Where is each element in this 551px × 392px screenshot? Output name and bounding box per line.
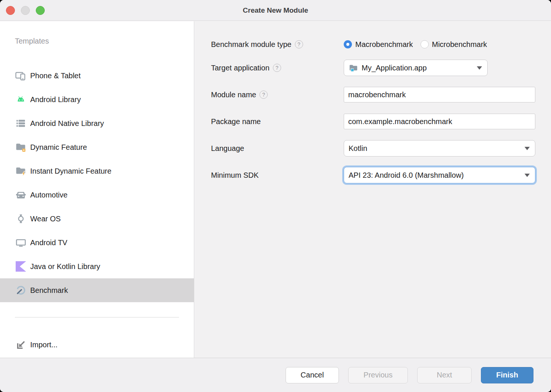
language-dropdown[interactable]: Kotlin [344,140,535,157]
microbenchmark-radio-option[interactable]: Microbenchmark [421,40,487,49]
sidebar-item-label: Instant Dynamic Feature [30,167,111,176]
benchmark-gauge-icon [15,284,27,296]
sidebar-item-dynamic-feature[interactable]: Dynamic Feature [0,135,194,159]
sidebar-item-android-library[interactable]: Android Library [0,88,194,111]
sidebar-item-label: Android Library [30,95,81,104]
module-name-label: Module name [211,91,256,99]
module-name-row: Module name ? [211,86,536,103]
title-bar: Create New Module [0,0,551,21]
sidebar-item-label: Java or Kotlin Library [30,262,100,271]
target-application-value: My_Application.app [362,64,473,72]
package-name-row: Package name [211,113,536,130]
sidebar-item-label: Benchmark [30,286,68,295]
folder-bolt-icon [15,165,27,177]
sidebar-item-android-tv[interactable]: Android TV [0,231,194,255]
window-title: Create New Module [0,0,551,21]
minimum-sdk-value: API 23: Android 6.0 (Marshmallow) [349,171,521,180]
help-icon[interactable]: ? [295,40,303,48]
import-label: Import... [30,341,57,349]
language-row: Language Kotlin [211,140,536,157]
minimum-sdk-dropdown[interactable]: API 23: Android 6.0 (Marshmallow) [344,167,535,183]
folder-square-icon [15,141,27,153]
benchmark-module-type-label: Benchmark module type [211,40,292,49]
chevron-down-icon [525,174,530,177]
import-icon [15,339,27,351]
benchmark-type-radio-group: Macrobenchmark Microbenchmark [344,40,487,49]
sidebar-item-android-native-library[interactable]: Android Native Library [0,111,194,135]
sidebar-item-phone-tablet[interactable]: Phone & Tablet [0,64,194,88]
phone-tablet-icon [15,70,27,82]
close-button[interactable] [6,6,15,15]
sidebar-item-label: Android TV [30,238,67,247]
sidebar-item-label: Automotive [30,191,67,199]
target-application-dropdown[interactable]: My_Application.app [344,60,488,76]
minimum-sdk-label: Minimum SDK [211,171,259,180]
minimum-sdk-row: Minimum SDK API 23: Android 6.0 (Marshma… [211,167,536,183]
app-module-icon [349,63,358,73]
traffic-lights [6,6,45,15]
macrobenchmark-radio-label: Macrobenchmark [355,40,413,49]
language-label: Language [211,144,244,153]
watch-icon [15,213,27,225]
dialog-footer: Cancel Previous Next Finish [0,358,551,392]
templates-header: Templates [15,37,49,45]
module-name-input[interactable] [344,87,535,102]
help-icon[interactable]: ? [259,91,268,99]
android-head-icon [15,94,27,105]
previous-button[interactable]: Previous [348,367,408,383]
macrobenchmark-radio-option[interactable]: Macrobenchmark [344,40,413,49]
tv-icon [15,237,27,249]
sidebar-divider [15,317,179,317]
native-chip-icon [15,117,27,129]
target-application-row: Target application ? My_Application.app [211,60,536,76]
zoom-button[interactable] [36,6,45,15]
cancel-button[interactable]: Cancel [286,367,339,383]
language-value: Kotlin [349,144,521,153]
sidebar-item-wear-os[interactable]: Wear OS [0,207,194,231]
car-icon [15,189,27,201]
target-application-label: Target application [211,64,270,72]
sidebar-item-import[interactable]: Import... [0,333,194,357]
module-form-panel: Benchmark module type ? Macrobenchmark M… [195,21,551,358]
chevron-down-icon [477,66,482,70]
sidebar-item-label: Dynamic Feature [30,143,87,152]
benchmark-module-type-row: Benchmark module type ? Macrobenchmark M… [211,36,536,53]
microbenchmark-radio-label: Microbenchmark [432,40,487,49]
help-icon[interactable]: ? [273,64,281,72]
templates-list: Phone & Tablet Android Library [0,64,194,302]
minimize-button[interactable] [21,6,30,15]
package-name-input[interactable] [344,114,535,129]
sidebar-item-automotive[interactable]: Automotive [0,183,194,207]
kotlin-icon [15,260,27,272]
finish-button[interactable]: Finish [481,367,533,383]
chevron-down-icon [525,147,530,150]
sidebar-item-label: Phone & Tablet [30,72,81,80]
package-name-label: Package name [211,117,261,126]
create-new-module-dialog: Create New Module Templates Phone & Tabl… [0,0,551,392]
templates-sidebar: Templates Phone & Tablet [0,21,194,358]
sidebar-item-label: Android Native Library [30,119,104,128]
radio-selected-icon[interactable] [344,40,352,48]
sidebar-item-benchmark[interactable]: Benchmark [0,278,194,302]
next-button[interactable]: Next [417,367,472,383]
radio-unselected-icon[interactable] [421,40,429,48]
sidebar-item-instant-dynamic-feature[interactable]: Instant Dynamic Feature [0,159,194,183]
sidebar-item-java-kotlin-library[interactable]: Java or Kotlin Library [0,255,194,278]
sidebar-item-label: Wear OS [30,215,61,223]
